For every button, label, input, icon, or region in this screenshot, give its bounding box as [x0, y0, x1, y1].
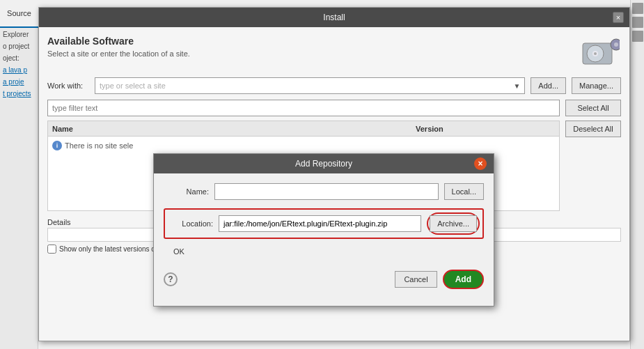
no-site-text: There is no site sele: [65, 141, 133, 150]
archive-button[interactable]: Archive...: [430, 215, 477, 232]
name-input[interactable]: [214, 183, 439, 200]
toolbar-icon-2[interactable]: [632, 17, 643, 28]
available-software-header: Available Software Select a site or ente…: [47, 36, 621, 70]
col-name-header: Name: [52, 125, 416, 133]
sidebar-link2-label[interactable]: a proje: [3, 78, 24, 86]
source-tab-label: Source: [7, 9, 31, 17]
info-icon: i: [52, 141, 62, 150]
sidebar-link3-label[interactable]: t projects: [3, 90, 31, 98]
add-repo-close-button[interactable]: ×: [474, 157, 487, 170]
local-button[interactable]: Local...: [444, 183, 484, 200]
work-with-label: Work with:: [47, 82, 89, 90]
manage-button[interactable]: Manage...: [572, 77, 621, 94]
source-tab[interactable]: Source: [0, 0, 38, 28]
work-with-row: Work with: type or select a site ▼ Add..…: [47, 77, 621, 94]
sidebar-explorer-label: Explorer: [3, 31, 29, 38]
add-button-primary[interactable]: Add: [443, 270, 484, 289]
available-software-title: Available Software: [47, 36, 190, 47]
select-all-button[interactable]: Select All: [565, 100, 621, 116]
toolbar-icon-1[interactable]: [632, 3, 643, 14]
cd-icon: [579, 36, 621, 70]
site-dropdown[interactable]: type or select a site ▼: [95, 77, 525, 94]
add-repo-titlebar: Add Repository ×: [154, 154, 494, 173]
col-version-header: Version: [416, 125, 555, 133]
cancel-button[interactable]: Cancel: [395, 271, 437, 288]
install-titlebar: Install ×: [39, 8, 629, 27]
name-field-row: Name: Local...: [164, 183, 484, 200]
ide-window: Source Explorer o project oject: a lava …: [0, 0, 644, 349]
table-body: i There is no site sele: [48, 137, 559, 155]
sidebar-oproject-label: o project: [3, 42, 29, 50]
filter-input[interactable]: [47, 100, 560, 116]
sidebar-item-link2[interactable]: a proje: [3, 78, 35, 86]
svg-point-5: [594, 52, 597, 55]
help-icon[interactable]: ?: [164, 272, 178, 286]
sidebar-oject-label: oject:: [3, 54, 19, 62]
sidebar-link1-label[interactable]: a lava p: [3, 66, 27, 74]
toolbar-icon-3[interactable]: [632, 31, 643, 42]
latest-versions-checkbox[interactable]: [47, 245, 56, 254]
archive-btn-wrapper: Archive...: [427, 212, 480, 235]
sidebar-item-explorer: Explorer: [3, 31, 35, 38]
table-header: Name Version: [48, 121, 559, 137]
add-repo-ok-label: OK: [164, 247, 484, 256]
site-dropdown-placeholder: type or select a site: [100, 82, 166, 90]
location-field-row: Location: jar:file:/home/jon/ERtext.plug…: [164, 208, 484, 239]
add-repo-body: Name: Local... Location: jar:file:/home/…: [154, 173, 494, 270]
chevron-down-icon: ▼: [513, 82, 520, 90]
add-button[interactable]: Add...: [531, 77, 566, 94]
filter-select-row: Select All: [47, 100, 621, 116]
svg-point-2: [614, 42, 618, 47]
available-software-text: Available Software Select a site or ente…: [47, 36, 190, 58]
ok-text: OK: [173, 247, 184, 256]
sidebar-item-oject: oject:: [3, 54, 35, 62]
table-side-buttons: Deselect All: [565, 121, 621, 214]
info-row: i There is no site sele: [52, 141, 555, 150]
right-toolbar: [630, 0, 644, 349]
location-value: jar:file:/home/jon/ERtext.plugin/ERtext-…: [223, 219, 387, 228]
location-input[interactable]: jar:file:/home/jon/ERtext.plugin/ERtext-…: [219, 215, 421, 232]
install-dialog-close[interactable]: ×: [613, 12, 624, 23]
name-label: Name:: [164, 187, 209, 196]
add-repo-title: Add Repository: [173, 159, 474, 169]
location-label: Location:: [168, 219, 213, 228]
add-repository-dialog: Add Repository × Name: Local... Location…: [153, 153, 494, 307]
available-software-subtitle: Select a site or enter the location of a…: [47, 49, 190, 58]
sidebar-item-link3[interactable]: t projects: [3, 90, 35, 98]
sidebar-item-oproject: o project: [3, 42, 35, 50]
sidebar-item-link1[interactable]: a lava p: [3, 66, 35, 74]
install-dialog-title: Install: [56, 13, 613, 22]
add-repo-footer: ? Cancel Add: [154, 270, 494, 296]
sidebar: Explorer o project oject: a lava p a pro…: [0, 28, 38, 349]
deselect-all-button[interactable]: Deselect All: [565, 121, 621, 137]
